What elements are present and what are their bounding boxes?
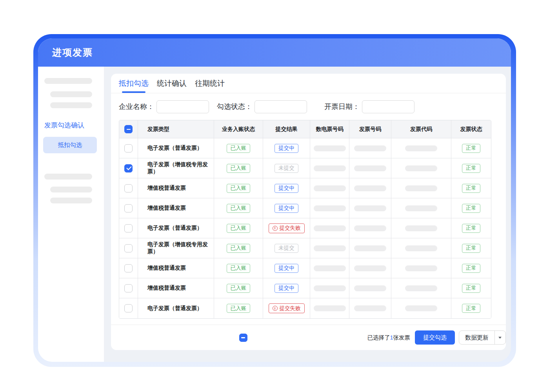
placeholder-value xyxy=(405,285,437,291)
error-icon: ! xyxy=(273,226,278,231)
footer-select-checkbox[interactable] xyxy=(239,334,247,342)
status-badge: 正常 xyxy=(462,204,480,213)
sidebar: 发票勾选确认 抵扣勾选 xyxy=(38,67,104,362)
sidebar-skeleton-item xyxy=(44,174,92,180)
table-row[interactable]: 增值税普通发票已入账提交中正常 xyxy=(119,198,491,218)
table-row[interactable]: 电子发票（普通发票）已入账!提交失败正常 xyxy=(119,218,491,238)
row-checkbox[interactable] xyxy=(124,144,133,152)
invoice-date-input[interactable] xyxy=(362,100,414,113)
status-badge: 未提交 xyxy=(274,164,298,173)
status-badge: 正常 xyxy=(462,304,480,313)
table-header-row: 发票类型业务入账状态提交结果数电票号码发票号码发票代码发票状态 xyxy=(119,120,491,138)
row-checkbox[interactable] xyxy=(124,204,133,212)
placeholder-value xyxy=(354,285,386,291)
placeholder-value xyxy=(354,245,386,251)
column-header: 发票代码 xyxy=(391,120,451,138)
status-badge: 提交中 xyxy=(274,264,298,273)
status-badge: 提交中 xyxy=(274,284,298,293)
sidebar-skeleton-item xyxy=(44,78,92,84)
table-body: 电子发票（普通发票）已入账提交中正常电子发票（增值税专用发票）已入账未提交正常增… xyxy=(119,138,491,318)
status-badge: 正常 xyxy=(462,264,480,273)
check-status-input[interactable] xyxy=(255,100,307,113)
status-badge: 提交中 xyxy=(274,204,298,213)
invoice-type: 增值税普通发票 xyxy=(138,178,214,198)
sidebar-group-invoice-check[interactable]: 发票勾选确认 xyxy=(44,121,84,130)
selection-summary: 已选择了1张发票 xyxy=(367,334,410,341)
table-row[interactable]: 电子发票（普通发票）已入账提交中正常 xyxy=(119,138,491,158)
sidebar-skeleton-item xyxy=(50,91,92,97)
tab-bar: 抵扣勾选统计确认往期统计 xyxy=(111,74,506,93)
status-badge: 已入账 xyxy=(227,304,251,313)
table-row[interactable]: 电子发票（增值税专用发票）已入账未提交正常 xyxy=(119,158,491,178)
sidebar-skeleton-item xyxy=(50,198,92,203)
status-badge: 已入账 xyxy=(227,164,251,173)
placeholder-value xyxy=(405,165,437,171)
status-badge: 正常 xyxy=(462,184,480,193)
row-checkbox[interactable] xyxy=(124,304,133,312)
select-all-checkbox[interactable] xyxy=(124,125,133,133)
main-card: 抵扣勾选统计确认往期统计 企业名称：勾选状态：开票日期： xyxy=(111,74,506,350)
row-checkbox[interactable] xyxy=(124,164,133,172)
error-icon: ! xyxy=(273,306,278,311)
row-checkbox[interactable] xyxy=(124,244,133,252)
column-header: 数电票号码 xyxy=(310,120,349,138)
invoice-type: 电子发票（普通发票） xyxy=(138,218,214,238)
placeholder-value xyxy=(314,185,346,191)
data-refresh-button[interactable]: 数据更新 xyxy=(459,331,494,344)
placeholder-value xyxy=(405,225,437,231)
tab-2[interactable]: 统计确认 xyxy=(157,74,187,93)
company-name-input[interactable] xyxy=(156,100,209,113)
status-badge: 已入账 xyxy=(227,204,251,213)
placeholder-value xyxy=(354,225,386,231)
placeholder-value xyxy=(354,305,386,311)
placeholder-value xyxy=(314,205,346,211)
placeholder-value xyxy=(354,185,386,191)
table-row[interactable]: 电子发票（普通发票）已入账!提交失败正常 xyxy=(119,298,491,318)
invoice-date-filter: 开票日期： xyxy=(324,100,414,113)
company-name-label: 企业名称： xyxy=(119,102,154,111)
row-checkbox[interactable] xyxy=(124,284,133,292)
invoice-type: 电子发票（增值税专用发票） xyxy=(138,238,214,258)
column-header: 业务入账状态 xyxy=(214,120,263,138)
table-row[interactable]: 增值税普通发票已入账提交中正常 xyxy=(119,258,491,278)
table-row[interactable]: 增值税普通发票已入账提交中正常 xyxy=(119,178,491,198)
header-checkbox-cell xyxy=(119,120,138,138)
row-checkbox[interactable] xyxy=(124,264,133,272)
placeholder-value xyxy=(354,205,386,211)
submit-check-button[interactable]: 提交勾选 xyxy=(415,330,455,345)
invoice-type: 电子发票（普通发票） xyxy=(138,138,214,158)
check-status-filter: 勾选状态： xyxy=(217,100,307,113)
invoice-type: 电子发票（增值税专用发票） xyxy=(138,158,214,178)
sidebar-item-deduction-check[interactable]: 抵扣勾选 xyxy=(43,137,97,153)
company-name-filter: 企业名称： xyxy=(119,100,209,113)
status-badge: 已入账 xyxy=(227,264,251,273)
tab-1[interactable]: 抵扣勾选 xyxy=(119,74,149,93)
placeholder-value xyxy=(314,165,346,171)
column-header: 发票号码 xyxy=(349,120,391,138)
status-badge: 已入账 xyxy=(227,224,251,233)
tab-3[interactable]: 往期统计 xyxy=(195,74,225,93)
app-window: 进项发票 发票勾选确认 抵扣勾选 抵扣勾选统计确认往期统计 企业名称：勾选状态：… xyxy=(38,38,511,362)
placeholder-value xyxy=(314,305,346,311)
status-badge: 正常 xyxy=(462,244,480,253)
status-badge: 已入账 xyxy=(227,244,251,253)
title-bar: 进项发票 xyxy=(38,38,511,67)
status-badge: 正常 xyxy=(462,164,480,173)
invoice-type: 增值税普通发票 xyxy=(138,278,214,298)
status-badge: 提交中 xyxy=(274,144,298,153)
row-checkbox[interactable] xyxy=(124,184,133,192)
status-badge: 正常 xyxy=(462,144,480,153)
data-refresh-split-button: 数据更新 xyxy=(459,330,506,345)
status-badge: 未提交 xyxy=(274,244,298,253)
data-refresh-dropdown[interactable] xyxy=(494,331,505,344)
status-badge: 已入账 xyxy=(227,144,251,153)
table-row[interactable]: 电子发票（增值税专用发票）已入账未提交正常 xyxy=(119,238,491,258)
check-status-label: 勾选状态： xyxy=(217,102,252,111)
invoice-type: 增值税普通发票 xyxy=(138,198,214,218)
row-checkbox[interactable] xyxy=(124,224,133,232)
column-header: 发票状态 xyxy=(451,120,491,138)
placeholder-value xyxy=(314,265,346,271)
placeholder-value xyxy=(405,265,437,271)
table-row[interactable]: 增值税普通发票已入账提交中正常 xyxy=(119,278,491,298)
chevron-down-icon xyxy=(498,337,502,339)
